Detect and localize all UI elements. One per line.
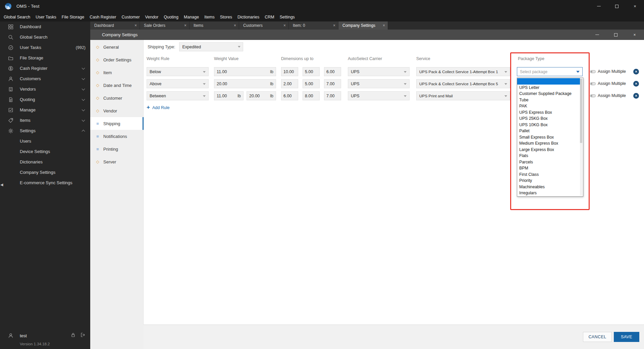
tab-close-icon[interactable]: × <box>283 23 286 28</box>
weight-value-input[interactable]: 11.00lb <box>214 91 244 100</box>
menu-item-customer[interactable]: Customer <box>119 15 142 19</box>
sidebar-item-quoting[interactable]: Quoting <box>0 94 90 105</box>
sidebar-collapse-handle[interactable]: ◀ <box>0 183 3 187</box>
save-button[interactable]: SAVE <box>614 332 639 342</box>
package-option-ups-express-box[interactable]: UPS Express Box <box>517 109 583 116</box>
package-option-blank[interactable] <box>517 78 580 85</box>
package-option-ups-10kg-box[interactable]: UPS 10KG Box <box>517 122 583 128</box>
carrier-select[interactable]: UPS <box>348 67 410 76</box>
package-option-priority[interactable]: Priority <box>517 178 583 184</box>
sidebar-item-company-settings[interactable]: Company Settings <box>0 167 90 178</box>
sidebar-item-e-commerce-sync-settings[interactable]: E-commerce Sync Settings <box>0 178 90 188</box>
tab-customers[interactable]: Customers× <box>239 21 289 30</box>
shipping-type-select[interactable]: Expedited <box>179 42 243 51</box>
service-select[interactable]: UPS Pack & Collect Service 1-Attempt Box… <box>416 79 510 88</box>
window-maximize-button[interactable] <box>608 0 626 12</box>
settings-nav-notifications[interactable]: ≡Notifications <box>90 130 143 143</box>
menu-item-global-search[interactable]: Global Search <box>1 15 33 19</box>
delete-rule-button[interactable]: × <box>633 81 639 87</box>
dimension-input[interactable]: 7.00 <box>324 79 341 88</box>
dimension-input[interactable]: 6.00 <box>281 91 298 100</box>
settings-nav-item[interactable]: ◇Item <box>90 66 143 79</box>
tab-sale-orders[interactable]: Sale Orders× <box>140 21 190 30</box>
add-rule-button[interactable]: + Add Rule <box>147 105 169 110</box>
panel-minimize-button[interactable] <box>588 30 606 40</box>
carrier-select[interactable]: UPS <box>348 79 410 88</box>
menu-item-manage[interactable]: Manage <box>181 15 202 19</box>
sidebar-item-global-search[interactable]: Global Search <box>0 32 90 42</box>
assign-multiple-toggle[interactable] <box>590 82 596 85</box>
tab-close-icon[interactable]: × <box>333 23 335 28</box>
sidebar-item-file-storage[interactable]: File Storage <box>0 53 90 63</box>
scrollbar-thumb[interactable] <box>580 79 582 143</box>
menu-item-file-storage[interactable]: File Storage <box>59 15 87 19</box>
sidebar-item-items[interactable]: Items <box>0 115 90 126</box>
package-option-medium-express-box[interactable]: Medium Express Box <box>517 140 583 147</box>
menu-item-crm[interactable]: CRM <box>262 15 277 19</box>
package-option-large-express-box[interactable]: Large Express Box <box>517 147 583 153</box>
menu-item-stores[interactable]: Stores <box>217 15 235 19</box>
settings-nav-shipping[interactable]: ≡Shipping <box>90 117 143 130</box>
settings-nav-date-and-time[interactable]: ◇Date and Time <box>90 79 143 92</box>
tab-close-icon[interactable]: × <box>234 23 236 28</box>
tab-items[interactable]: Items× <box>190 21 239 30</box>
window-minimize-button[interactable] <box>590 0 608 12</box>
sidebar-item-user-tasks[interactable]: User Tasks(992) <box>0 42 90 53</box>
sidebar-item-device-settings[interactable]: Device Settings <box>0 146 90 157</box>
delete-rule-button[interactable]: × <box>633 69 639 74</box>
package-option-irregulars[interactable]: Irregulars <box>517 190 583 196</box>
settings-nav-vendor[interactable]: ◇Vendor <box>90 104 143 117</box>
delete-rule-button[interactable]: × <box>633 93 639 99</box>
assign-multiple-toggle[interactable] <box>590 70 596 73</box>
package-option-machineables[interactable]: Machineables <box>517 184 583 190</box>
weight-rule-select[interactable]: Above <box>147 79 209 88</box>
package-option-small-express-box[interactable]: Small Express Box <box>517 134 583 141</box>
package-option-parcels[interactable]: Parcels <box>517 159 583 165</box>
service-select[interactable]: UPS Pack & Collect Service 1-Attempt Box… <box>416 67 510 76</box>
package-option-tube[interactable]: Tube <box>517 97 583 103</box>
sidebar-item-dictionaries[interactable]: Dictionaries <box>0 157 90 167</box>
package-option-customer-supplied-package[interactable]: Customer Supplied Package <box>517 91 583 97</box>
package-option-bpm[interactable]: BPM <box>517 165 583 171</box>
menu-item-quoting[interactable]: Quoting <box>161 15 181 19</box>
sidebar-item-cash-register[interactable]: Cash Register <box>0 63 90 73</box>
sidebar-item-vendors[interactable]: Vendors <box>0 84 90 94</box>
weight-rule-select[interactable]: Below <box>147 67 209 76</box>
sidebar-item-settings[interactable]: Settings <box>0 126 90 136</box>
window-close-button[interactable]: × <box>626 0 644 12</box>
tab-item-0[interactable]: Item: 0× <box>289 21 338 30</box>
settings-nav-printing[interactable]: ≡Printing <box>90 143 143 155</box>
cancel-button[interactable]: CANCEL <box>583 332 612 342</box>
package-option-pak[interactable]: PAK <box>517 103 583 109</box>
tab-dashboard[interactable]: Dashboard× <box>90 21 140 30</box>
dimension-input[interactable]: 10.00 <box>281 67 298 76</box>
tab-close-icon[interactable]: × <box>383 23 385 28</box>
package-option-ups-letter[interactable]: UPS Letter <box>517 85 583 91</box>
package-option-first-class[interactable]: First Class <box>517 171 583 178</box>
menu-item-vendor[interactable]: Vendor <box>143 15 161 19</box>
dimension-input[interactable]: 8.00 <box>303 91 320 100</box>
settings-nav-order-settings[interactable]: ◇Order Settings <box>90 53 143 66</box>
menu-item-items[interactable]: Items <box>202 15 217 19</box>
weight-rule-select[interactable]: Between <box>147 91 209 100</box>
sidebar-item-customers[interactable]: Customers <box>0 73 90 84</box>
panel-maximize-button[interactable] <box>606 30 625 40</box>
dimension-input[interactable]: 7.00 <box>324 91 341 100</box>
sidebar-item-users[interactable]: Users <box>0 136 90 146</box>
dimension-input[interactable]: 2.00 <box>281 79 298 88</box>
weight-value-input[interactable]: 20.00lb <box>247 91 276 100</box>
sidebar-item-manage[interactable]: Manage <box>0 105 90 115</box>
settings-nav-customer[interactable]: ◇Customer <box>90 92 143 104</box>
settings-nav-server[interactable]: ◇Server <box>90 155 143 168</box>
lock-icon[interactable] <box>70 332 76 339</box>
sidebar-item-dashboard[interactable]: Dashboard <box>0 21 90 32</box>
settings-nav-general[interactable]: ◇General <box>90 41 143 53</box>
assign-multiple-toggle[interactable] <box>590 94 596 97</box>
dimension-input[interactable]: 5.00 <box>303 67 320 76</box>
service-select[interactable]: UPS Print and Mail <box>416 91 510 100</box>
dimension-input[interactable]: 6.00 <box>324 67 341 76</box>
package-type-combobox[interactable]: Select package <box>517 67 583 76</box>
weight-value-input[interactable]: 11.00lb <box>214 67 276 76</box>
weight-value-input[interactable]: 20.00lb <box>214 79 276 88</box>
logout-icon[interactable] <box>80 332 86 339</box>
